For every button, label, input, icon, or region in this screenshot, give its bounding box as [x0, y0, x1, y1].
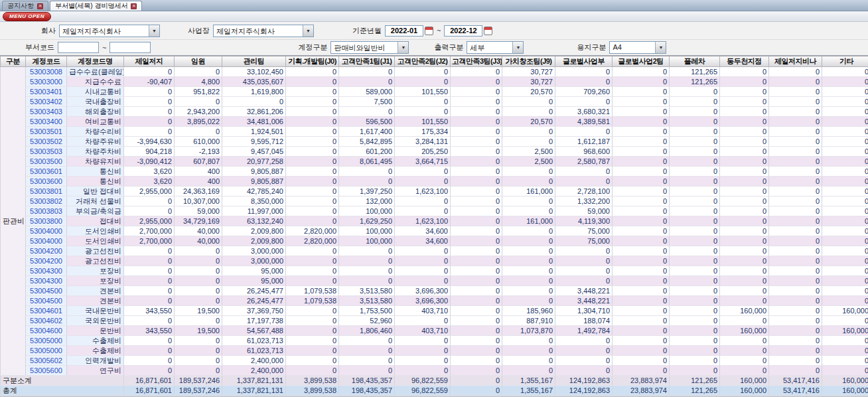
amount-cell[interactable]: 2,820,000 — [286, 236, 339, 246]
amount-cell[interactable]: 0 — [769, 316, 822, 326]
amount-cell[interactable]: 0 — [613, 177, 670, 187]
amount-cell[interactable]: 11,997,000 — [222, 206, 286, 216]
amount-cell[interactable]: 0 — [502, 276, 555, 286]
amount-cell[interactable]: 0 — [555, 77, 613, 87]
amount-cell[interactable]: 596,500 — [339, 117, 395, 127]
amount-cell[interactable]: 0 — [720, 167, 769, 177]
amount-cell[interactable]: 0 — [451, 356, 502, 366]
account-name-cell[interactable]: 수출제비 — [67, 346, 124, 356]
amount-cell[interactable]: 0 — [286, 67, 339, 77]
amount-cell[interactable]: 0 — [395, 97, 451, 107]
account-name-cell[interactable]: 일반 접대비 — [67, 187, 124, 197]
column-header[interactable]: 구분 — [1, 56, 26, 67]
close-icon[interactable]: × — [37, 3, 43, 9]
amount-cell[interactable]: 601,200 — [339, 147, 395, 157]
amount-cell[interactable]: 0 — [720, 127, 769, 137]
amount-cell[interactable]: 30,727 — [502, 67, 555, 77]
amount-cell[interactable]: 198,435,357 — [339, 386, 395, 396]
amount-cell[interactable]: 0 — [339, 107, 395, 117]
amount-cell[interactable]: 0 — [339, 356, 395, 366]
amount-cell[interactable]: 0 — [502, 366, 555, 376]
amount-cell[interactable]: 0 — [339, 346, 395, 356]
amount-cell[interactable]: 0 — [822, 316, 868, 326]
amount-cell[interactable]: 0 — [286, 266, 339, 276]
amount-cell[interactable]: 0 — [451, 87, 502, 97]
amount-cell[interactable]: 2,955,000 — [124, 216, 175, 226]
amount-cell[interactable]: 0 — [124, 127, 175, 137]
amount-cell[interactable]: 0 — [555, 177, 613, 187]
amount-cell[interactable]: 0 — [124, 206, 175, 216]
amount-cell[interactable]: 0 — [286, 107, 339, 117]
amount-cell[interactable]: 0 — [720, 256, 769, 266]
amount-cell[interactable]: 0 — [720, 346, 769, 356]
amount-cell[interactable]: 0 — [175, 97, 222, 107]
table-row[interactable]: 53004602국외운반비0017,197,738052,96000887,91… — [1, 316, 868, 326]
amount-cell[interactable]: 0 — [720, 266, 769, 276]
amount-cell[interactable]: 0 — [286, 276, 339, 286]
amount-cell[interactable]: 0 — [670, 296, 720, 306]
account-code-cell[interactable]: 53004200 — [26, 246, 67, 256]
amount-cell[interactable]: 0 — [339, 246, 395, 256]
tab-notice[interactable]: 공지사항 × — [2, 1, 48, 11]
amount-cell[interactable]: 0 — [822, 226, 868, 236]
amount-cell[interactable]: 0 — [395, 366, 451, 376]
account-name-cell[interactable]: 접대비 — [67, 216, 124, 226]
amount-cell[interactable]: 3,000,000 — [222, 246, 286, 256]
amount-cell[interactable]: 2,700,000 — [124, 236, 175, 246]
amount-cell[interactable]: 160,000 — [822, 376, 868, 386]
amount-cell[interactable]: 343,550 — [124, 326, 175, 336]
amount-cell[interactable]: 0 — [451, 296, 502, 306]
amount-cell[interactable]: 59,000 — [555, 206, 613, 216]
column-header[interactable]: 제일저지비나 — [769, 56, 822, 67]
amount-cell[interactable]: 0 — [555, 256, 613, 266]
account-code-cell[interactable]: 53005600 — [26, 366, 67, 376]
amount-cell[interactable]: 0 — [286, 336, 339, 346]
column-header[interactable]: 계정코드명 — [67, 56, 124, 67]
amount-cell[interactable]: 1,079,538 — [286, 286, 339, 296]
table-row[interactable]: 53004500견본비0026,245,4771,079,5383,513,58… — [1, 286, 868, 296]
amount-cell[interactable]: 54,567,488 — [222, 326, 286, 336]
amount-cell[interactable]: 0 — [613, 167, 670, 177]
amount-cell[interactable]: 0 — [175, 256, 222, 266]
table-row[interactable]: 53003801일반 접대비2,955,00024,363,16942,785,… — [1, 187, 868, 197]
amount-cell[interactable]: 160,000 — [720, 306, 769, 316]
output-type-select[interactable]: 세부 ▼ — [467, 41, 524, 54]
amount-cell[interactable]: 0 — [175, 286, 222, 296]
amount-cell[interactable]: 2,500 — [502, 147, 555, 157]
account-name-cell[interactable]: 지급수수료 — [67, 77, 124, 87]
amount-cell[interactable]: 3,696,300 — [395, 286, 451, 296]
amount-cell[interactable]: 61,023,713 — [222, 336, 286, 346]
amount-cell[interactable]: 0 — [395, 206, 451, 216]
account-name-cell[interactable]: 견본비 — [67, 296, 124, 306]
amount-cell[interactable]: 0 — [395, 266, 451, 276]
column-header[interactable]: 관리팀 — [222, 56, 286, 67]
amount-cell[interactable]: 0 — [502, 197, 555, 206]
amount-cell[interactable]: 0 — [451, 366, 502, 376]
amount-cell[interactable]: 4,119,300 — [555, 216, 613, 226]
amount-cell[interactable]: 0 — [822, 246, 868, 256]
amount-cell[interactable]: 161,000 — [502, 216, 555, 226]
amount-cell[interactable]: 0 — [613, 107, 670, 117]
account-code-cell[interactable]: 53004601 — [26, 306, 67, 316]
amount-cell[interactable]: 0 — [451, 157, 502, 167]
amount-cell[interactable]: 0 — [339, 256, 395, 266]
amount-cell[interactable]: 0 — [124, 197, 175, 206]
amount-cell[interactable]: 0 — [124, 87, 175, 97]
amount-cell[interactable]: 2,943,200 — [175, 107, 222, 117]
amount-cell[interactable]: 0 — [769, 346, 822, 356]
amount-cell[interactable]: 0 — [613, 117, 670, 127]
amount-cell[interactable]: 904,218 — [124, 147, 175, 157]
account-code-cell[interactable]: 53004300 — [26, 276, 67, 286]
amount-cell[interactable]: 0 — [451, 286, 502, 296]
amount-cell[interactable]: 0 — [670, 216, 720, 226]
amount-cell[interactable]: 589,000 — [339, 87, 395, 97]
amount-cell[interactable]: 0 — [502, 107, 555, 117]
amount-cell[interactable]: 0 — [720, 97, 769, 107]
amount-cell[interactable]: 63,132,240 — [222, 216, 286, 226]
amount-cell[interactable]: 3,513,580 — [339, 286, 395, 296]
amount-cell[interactable]: 23,883,974 — [613, 376, 670, 386]
amount-cell[interactable]: 59,000 — [175, 206, 222, 216]
amount-cell[interactable]: 8,350,000 — [222, 197, 286, 206]
amount-cell[interactable]: 0 — [124, 67, 175, 77]
amount-cell[interactable]: 2,500 — [502, 157, 555, 167]
